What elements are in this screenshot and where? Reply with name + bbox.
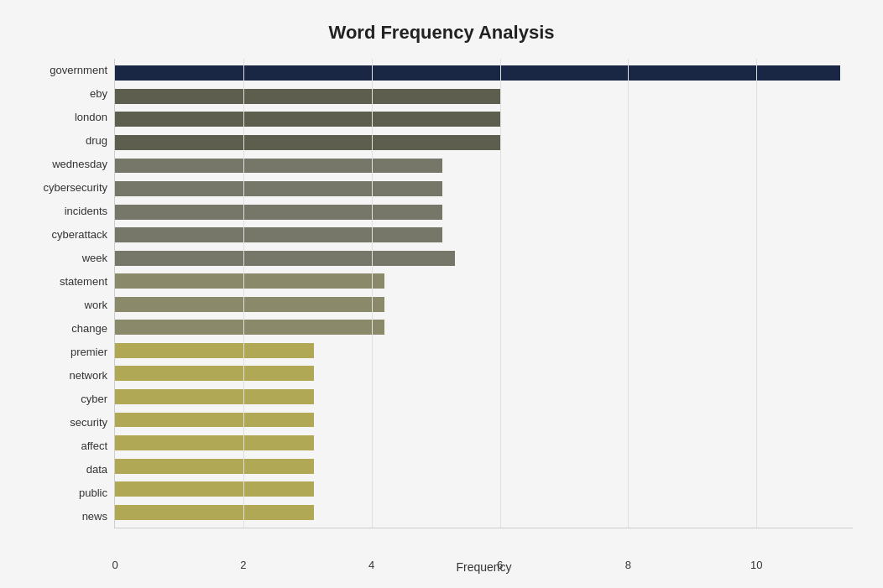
grid-line bbox=[372, 59, 373, 528]
bar bbox=[115, 343, 314, 358]
bar bbox=[115, 389, 314, 404]
bar-row bbox=[115, 62, 853, 86]
x-axis-label: Frequency bbox=[115, 560, 853, 574]
grid-line bbox=[500, 59, 501, 528]
bar-row bbox=[115, 362, 853, 386]
bar bbox=[115, 251, 455, 266]
bar bbox=[115, 89, 500, 104]
bar-row bbox=[115, 177, 853, 200]
chart-container: Word Frequency Analysis governmentebylon… bbox=[5, 5, 878, 584]
y-label: incidents bbox=[65, 206, 107, 216]
y-label: wednesday bbox=[52, 159, 107, 169]
bar bbox=[115, 159, 442, 174]
y-label: premier bbox=[71, 346, 107, 357]
bar-row bbox=[115, 385, 853, 408]
y-label: london bbox=[75, 112, 107, 122]
chart-area: governmentebylondondrugwednesdaycybersec… bbox=[30, 59, 853, 528]
bar bbox=[115, 297, 384, 312]
y-label: change bbox=[71, 323, 107, 334]
bar bbox=[115, 459, 314, 474]
bar-row bbox=[115, 431, 853, 455]
bar-row bbox=[115, 339, 853, 362]
y-label: work bbox=[85, 299, 107, 310]
bar-row bbox=[115, 477, 853, 501]
y-label: eby bbox=[90, 88, 107, 99]
bar-row bbox=[115, 131, 853, 154]
bar bbox=[115, 435, 314, 450]
bar-row bbox=[115, 200, 853, 224]
bar bbox=[115, 481, 314, 497]
y-label: cyber bbox=[81, 393, 107, 404]
bar-row bbox=[115, 408, 853, 432]
bar-row bbox=[115, 108, 853, 132]
y-label: government bbox=[50, 65, 107, 75]
y-label: affect bbox=[81, 440, 107, 451]
y-label: public bbox=[79, 487, 107, 498]
y-label: news bbox=[82, 511, 107, 522]
bar bbox=[115, 505, 314, 520]
bars-container bbox=[115, 59, 853, 528]
bar-row bbox=[115, 269, 853, 293]
bar bbox=[115, 413, 314, 428]
bar bbox=[115, 205, 442, 220]
y-label: network bbox=[69, 370, 107, 381]
y-label: data bbox=[86, 464, 107, 475]
plot-area: 0246810 Frequency bbox=[114, 59, 853, 528]
bar-row bbox=[115, 316, 853, 340]
y-label: security bbox=[70, 417, 107, 428]
bar-row bbox=[115, 247, 853, 270]
bar-row bbox=[115, 154, 853, 178]
y-label: drug bbox=[86, 135, 107, 146]
chart-title: Word Frequency Analysis bbox=[30, 22, 853, 44]
bar bbox=[115, 112, 500, 127]
grid-line bbox=[756, 59, 757, 528]
grid-line bbox=[628, 59, 629, 528]
bar-row bbox=[115, 223, 853, 247]
y-axis: governmentebylondondrugwednesdaycybersec… bbox=[30, 59, 114, 528]
bar bbox=[115, 65, 840, 81]
bar-row bbox=[115, 85, 853, 108]
bar bbox=[115, 181, 442, 196]
bar-row bbox=[115, 293, 853, 316]
grid-line bbox=[243, 59, 244, 528]
bar bbox=[115, 366, 314, 381]
bar bbox=[115, 320, 384, 335]
bar bbox=[115, 135, 500, 150]
y-label: statement bbox=[60, 276, 107, 287]
y-label: week bbox=[82, 252, 107, 263]
bar bbox=[115, 273, 384, 289]
bar-row bbox=[115, 455, 853, 478]
bar bbox=[115, 227, 442, 242]
y-label: cyberattack bbox=[52, 229, 107, 240]
y-label: cybersecurity bbox=[43, 182, 107, 193]
bar-row bbox=[115, 501, 853, 524]
